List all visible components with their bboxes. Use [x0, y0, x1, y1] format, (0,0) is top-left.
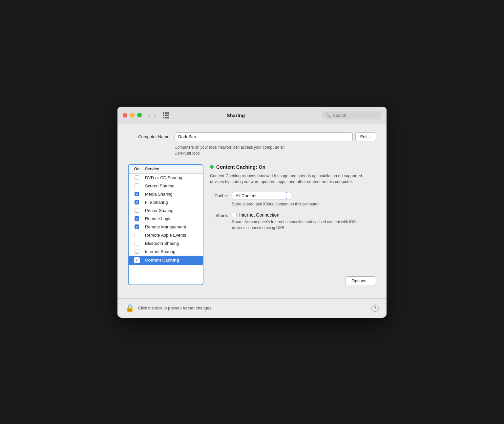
computer-name-info: Computers on your local network can acce…	[175, 144, 376, 156]
internet-connection-label: Internet Connection	[239, 212, 279, 218]
search-input[interactable]	[333, 113, 378, 118]
share-description: Share this computer's Internet connectio…	[232, 219, 357, 231]
close-button[interactable]	[123, 113, 127, 117]
checkbox-printer[interactable]	[135, 208, 139, 213]
content-area: Computer Name: Edit... Computers on your…	[117, 124, 387, 293]
maximize-button[interactable]	[137, 113, 142, 117]
checkbox-screen[interactable]	[135, 183, 139, 188]
internet-connection-checkbox[interactable]	[232, 213, 237, 217]
checkbox-col-printer	[129, 208, 145, 213]
service-item-internet[interactable]: Internet Sharing	[129, 247, 203, 256]
share-content: Internet Connection Share this computer'…	[232, 212, 357, 231]
service-name-file: File Sharing	[145, 200, 203, 205]
share-row: Share: Internet Connection Share this co…	[210, 212, 376, 231]
service-list-header: On Service	[129, 165, 203, 174]
checkbox-col-media	[129, 192, 145, 196]
checkbox-internet[interactable]	[135, 249, 139, 254]
main-panel: On Service DVD or CD Sharing Screen Shar…	[128, 164, 376, 285]
status-title: Content Caching: On	[216, 164, 265, 170]
checkbox-col-internet	[129, 249, 145, 254]
cache-label: Cache:	[210, 193, 228, 198]
options-row: Options...	[210, 266, 376, 285]
checkbox-col-file	[129, 200, 145, 204]
header-on: On	[129, 167, 145, 171]
service-name-dvd: DVD or CD Sharing	[145, 175, 203, 180]
edit-button[interactable]: Edit...	[355, 132, 376, 141]
minimize-button[interactable]	[130, 113, 135, 117]
cn-info-line1: Computers on your local network can acce…	[175, 145, 284, 150]
service-item-remote-login[interactable]: Remote Login	[129, 215, 203, 223]
service-item-printer[interactable]: Printer Sharing	[129, 206, 203, 215]
search-icon: 🔍	[326, 113, 331, 118]
search-box[interactable]: 🔍	[322, 111, 381, 119]
status-description: Content Caching reduces bandwidth usage …	[210, 173, 376, 185]
checkbox-media[interactable]	[135, 192, 139, 196]
status-row: Content Caching: On	[210, 164, 376, 170]
help-button[interactable]: ?	[371, 305, 379, 312]
service-name-remote-mgmt: Remote Management	[145, 224, 203, 229]
computer-name-input[interactable]	[175, 132, 353, 141]
checkbox-remote-login[interactable]	[135, 216, 139, 221]
titlebar: ‹ › Sharing 🔍	[117, 107, 387, 124]
service-name-remote-events: Remote Apple Events	[145, 233, 203, 238]
checkbox-file[interactable]	[135, 200, 139, 204]
status-indicator	[210, 165, 214, 169]
checkbox-remote-events[interactable]	[135, 233, 139, 237]
checkbox-col-remote-mgmt	[129, 224, 145, 229]
cache-hint: Store shared and iCloud content on this …	[232, 202, 376, 206]
footer: 🔒 Click the lock to prevent further chan…	[117, 298, 387, 318]
detail-panel: Content Caching: On Content Caching redu…	[210, 164, 376, 285]
service-list: On Service DVD or CD Sharing Screen Shar…	[128, 164, 203, 285]
service-item-file[interactable]: File Sharing	[129, 198, 203, 206]
computer-name-label: Computer Name:	[128, 134, 171, 139]
cache-row: Cache: All Content Shared Content Only i…	[210, 192, 376, 200]
checkbox-col-dvd	[129, 175, 145, 180]
service-name-remote-login: Remote Login	[145, 216, 203, 221]
service-name-caching: Content Caching	[145, 258, 203, 263]
checkbox-col-bluetooth	[129, 241, 145, 245]
checkbox-col-remote-events	[129, 233, 145, 237]
cache-select-wrapper: All Content Shared Content Only iCloud C…	[232, 192, 291, 200]
share-label: Share:	[210, 212, 228, 218]
service-item-media[interactable]: Media Sharing	[129, 190, 203, 198]
lock-text: Click the lock to prevent further change…	[138, 306, 368, 310]
main-window: ‹ › Sharing 🔍 Computer Name: Edit... Com…	[117, 107, 387, 318]
computer-name-field-row: Edit...	[175, 132, 376, 141]
cache-select[interactable]: All Content Shared Content Only iCloud C…	[232, 192, 291, 200]
checkbox-caching[interactable]	[134, 257, 140, 263]
back-button[interactable]: ‹	[147, 112, 152, 119]
checkbox-bluetooth[interactable]	[135, 241, 139, 245]
internet-connection-row: Internet Connection	[232, 212, 357, 218]
checkbox-remote-mgmt[interactable]	[135, 224, 139, 229]
service-item-dvd[interactable]: DVD or CD Sharing	[129, 174, 203, 182]
service-item-remote-mgmt[interactable]: Remote Management	[129, 223, 203, 231]
service-name-printer: Printer Sharing	[145, 208, 203, 213]
service-name-screen: Screen Sharing	[145, 183, 203, 188]
header-service: Service	[145, 167, 203, 171]
service-item-screen-sharing[interactable]: Screen Sharing	[129, 182, 203, 190]
lock-icon[interactable]: 🔒	[125, 304, 134, 312]
checkbox-col-remote-login	[129, 216, 145, 221]
traffic-lights	[123, 113, 142, 117]
options-button[interactable]: Options...	[345, 276, 376, 285]
checkbox-col-caching	[129, 257, 145, 263]
computer-name-row: Computer Name: Edit...	[128, 132, 376, 141]
service-name-media: Media Sharing	[145, 192, 203, 197]
service-item-bluetooth[interactable]: Bluetooth Sharing	[129, 239, 203, 247]
service-name-bluetooth: Bluetooth Sharing	[145, 241, 203, 246]
checkbox-dvd[interactable]	[135, 175, 139, 180]
checkbox-col-screen	[129, 183, 145, 188]
window-title: Sharing	[153, 113, 318, 118]
service-item-remote-events[interactable]: Remote Apple Events	[129, 231, 203, 239]
service-name-internet: Internet Sharing	[145, 249, 203, 254]
service-item-content-caching[interactable]: Content Caching	[129, 256, 203, 265]
cn-info-line2: Dark-Star.local	[175, 151, 200, 156]
